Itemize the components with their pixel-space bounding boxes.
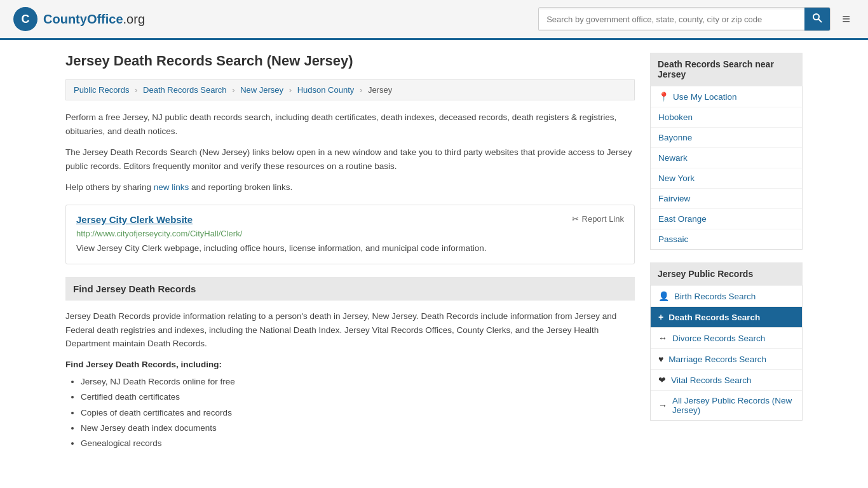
list-item: Certified death certificates <box>81 390 635 405</box>
description-section: Perform a free Jersey, NJ public death r… <box>65 111 635 194</box>
marriage-records-icon: ♥ <box>658 354 663 364</box>
sidebar-public-records-section: Jersey Public Records 👤 Birth Records Se… <box>650 262 803 421</box>
header: C CountyOffice.org ≡ <box>0 0 868 40</box>
sidebar-public-records-list: 👤 Birth Records Search + Death Records S… <box>650 285 803 421</box>
page-container: Jersey Death Records Search (New Jersey)… <box>53 40 815 464</box>
sidebar-nearby-list: 📍 Use My Location Hoboken Bayonne Newark… <box>650 86 803 250</box>
list-item: New Jersey death index documents <box>81 421 635 436</box>
sidebar-item-vital-records[interactable]: ❤ Vital Records Search <box>651 369 802 390</box>
sidebar-location-newyork[interactable]: New York <box>651 168 802 188</box>
location-pin-icon: 📍 <box>658 92 669 102</box>
logo-icon: C <box>13 6 38 32</box>
sidebar-location-bayonne[interactable]: Bayonne <box>651 127 802 147</box>
description-2: The Jersey Death Records Search (New Jer… <box>65 146 635 173</box>
sidebar-item-divorce-records[interactable]: ↔ Divorce Records Search <box>651 327 802 348</box>
new-links-link[interactable]: new links <box>154 182 189 192</box>
link-card: Jersey City Clerk Website ✂ Report Link … <box>65 205 635 264</box>
birth-records-icon: 👤 <box>658 291 669 301</box>
description-3-prefix: Help others by sharing <box>65 182 154 192</box>
description-3: Help others by sharing new links and rep… <box>65 180 635 194</box>
logo-area: C CountyOffice.org <box>13 6 145 32</box>
page-title: Jersey Death Records Search (New Jersey) <box>65 53 635 69</box>
sidebar-nearby-title: Death Records Search near Jersey <box>650 53 803 86</box>
description-3-suffix: and reporting broken links. <box>189 182 292 192</box>
marriage-records-link[interactable]: Marriage Records Search <box>668 355 766 364</box>
sidebar-location-newark[interactable]: Newark <box>651 147 802 168</box>
sidebar-item-all-public-records[interactable]: → All Jersey Public Records (New Jersey) <box>651 390 802 420</box>
all-records-icon: → <box>658 400 667 410</box>
link-card-url[interactable]: http://www.cityofjerseycity.com/CityHall… <box>76 229 624 238</box>
menu-button[interactable]: ≡ <box>837 8 855 30</box>
search-input[interactable] <box>539 10 804 29</box>
sidebar-location-fairview[interactable]: Fairview <box>651 188 802 208</box>
use-my-location-link[interactable]: Use My Location <box>673 92 737 102</box>
public-records-title-text: Jersey Public Records <box>658 269 753 279</box>
vital-records-link[interactable]: Vital Records Search <box>671 376 752 385</box>
death-records-link[interactable]: Death Records Search <box>668 313 760 322</box>
sidebar-public-records-title: Jersey Public Records <box>650 262 803 285</box>
sidebar-location-hoboken[interactable]: Hoboken <box>651 107 802 127</box>
svg-text:C: C <box>22 13 30 25</box>
list-item: Genealogical records <box>81 436 635 451</box>
report-link-icon: ✂ <box>572 214 579 224</box>
sidebar: Death Records Search near Jersey 📍 Use M… <box>650 53 803 451</box>
svg-line-3 <box>818 19 822 22</box>
sidebar-nearby-section: Death Records Search near Jersey 📍 Use M… <box>650 53 803 250</box>
breadcrumb-sep-4: › <box>360 85 362 95</box>
find-records-description: Jersey Death Records provide information… <box>65 309 635 351</box>
header-right: ≡ <box>538 7 855 31</box>
divorce-records-link[interactable]: Divorce Records Search <box>672 334 765 343</box>
sidebar-location-eastorange[interactable]: East Orange <box>651 208 802 229</box>
breadcrumb-public-records[interactable]: Public Records <box>74 85 129 95</box>
breadcrumb-death-records[interactable]: Death Records Search <box>143 85 227 95</box>
find-section-header: Find Jersey Death Records <box>65 277 635 301</box>
breadcrumb-sep-1: › <box>135 85 137 95</box>
sidebar-item-marriage-records[interactable]: ♥ Marriage Records Search <box>651 348 802 369</box>
vital-records-icon: ❤ <box>658 375 666 385</box>
birth-records-link[interactable]: Birth Records Search <box>674 292 756 301</box>
breadcrumb-new-jersey[interactable]: New Jersey <box>240 85 283 95</box>
breadcrumb-hudson-county[interactable]: Hudson County <box>297 85 355 95</box>
search-bar <box>538 7 831 31</box>
breadcrumb-jersey: Jersey <box>368 85 392 95</box>
main-content: Jersey Death Records Search (New Jersey)… <box>65 53 635 451</box>
report-link[interactable]: ✂ Report Link <box>572 214 624 224</box>
breadcrumb: Public Records › Death Records Search › … <box>65 79 635 100</box>
logo-text: CountyOffice.org <box>43 12 145 27</box>
find-records-list-title: Find Jersey Death Records, including: <box>65 360 635 369</box>
report-link-label: Report Link <box>582 214 624 224</box>
svg-point-2 <box>813 14 819 20</box>
death-records-icon: + <box>658 312 663 322</box>
search-icon <box>812 13 822 23</box>
divorce-records-icon: ↔ <box>658 333 667 343</box>
breadcrumb-sep-2: › <box>232 85 234 95</box>
all-public-records-link[interactable]: All Jersey Public Records (New Jersey) <box>672 396 794 415</box>
list-item: Copies of death certificates and records <box>81 405 635 421</box>
list-item: Jersey, NJ Death Records online for free <box>81 374 635 390</box>
breadcrumb-sep-3: › <box>289 85 292 95</box>
sidebar-location-passaic[interactable]: Passaic <box>651 229 802 249</box>
sidebar-item-death-records[interactable]: + Death Records Search <box>651 306 802 327</box>
link-card-title[interactable]: Jersey City Clerk Website <box>76 214 193 225</box>
nearby-title-text: Death Records Search near Jersey <box>658 59 774 79</box>
sidebar-use-location[interactable]: 📍 Use My Location <box>651 86 802 107</box>
description-1: Perform a free Jersey, NJ public death r… <box>65 111 635 138</box>
link-card-desc: View Jersey City Clerk webpage, includin… <box>76 242 624 255</box>
sidebar-item-birth-records[interactable]: 👤 Birth Records Search <box>651 285 802 306</box>
find-records-list: Jersey, NJ Death Records online for free… <box>65 374 635 451</box>
link-card-header: Jersey City Clerk Website ✂ Report Link <box>76 214 624 225</box>
search-button[interactable] <box>804 8 830 30</box>
